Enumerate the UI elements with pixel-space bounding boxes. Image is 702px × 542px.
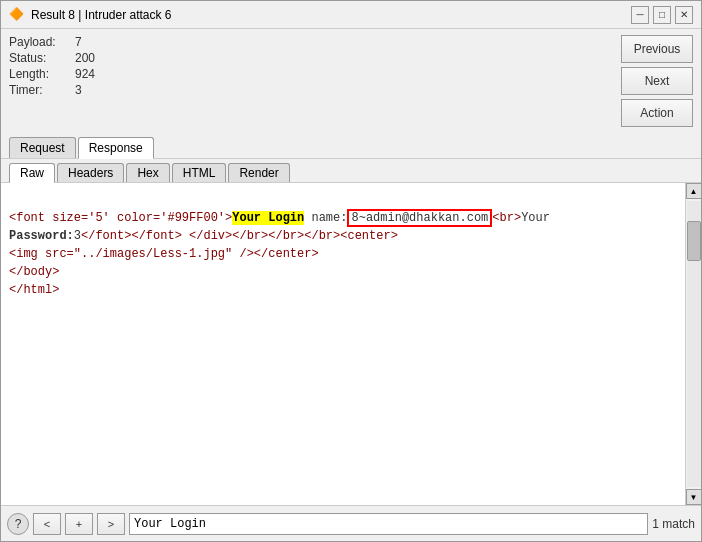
payload-row: Payload: 7 — [9, 35, 95, 49]
content-line4: </body> — [9, 265, 59, 279]
payload-value: 7 — [75, 35, 82, 49]
header-row: Payload: 7 Status: 200 Length: 924 Timer… — [1, 29, 701, 133]
main-window: 🔶 Result 8 | Intruder attack 6 ─ □ ✕ Pay… — [0, 0, 702, 542]
info-section: Payload: 7 Status: 200 Length: 924 Timer… — [1, 29, 103, 105]
nav-next-button[interactable]: > — [97, 513, 125, 535]
subtab-render[interactable]: Render — [228, 163, 289, 182]
nav-prev-button[interactable]: < — [33, 513, 61, 535]
side-buttons: Previous Next Action — [613, 29, 701, 133]
search-input[interactable] — [129, 513, 648, 535]
previous-button[interactable]: Previous — [621, 35, 693, 63]
match-count: 1 match — [652, 517, 695, 531]
content-line1: <font size='5' color='#99FF00'>Your Logi… — [9, 209, 550, 227]
raw-content: <font size='5' color='#99FF00'>Your Logi… — [1, 183, 685, 505]
sub-tabs: Raw Headers Hex HTML Render — [1, 159, 701, 183]
window-controls: ─ □ ✕ — [631, 6, 693, 24]
scroll-down-button[interactable]: ▼ — [686, 489, 702, 505]
scroll-up-button[interactable]: ▲ — [686, 183, 702, 199]
next-button[interactable]: Next — [621, 67, 693, 95]
title-bar: 🔶 Result 8 | Intruder attack 6 ─ □ ✕ — [1, 1, 701, 29]
minimize-button[interactable]: ─ — [631, 6, 649, 24]
main-tabs: Request Response — [1, 133, 701, 159]
content-line2: Password:3</font></font> </div></br></br… — [9, 229, 398, 243]
content-line3: <img src="../images/Less-1.jpg" /></cent… — [9, 247, 319, 261]
tab-bar: Request Response — [9, 137, 693, 158]
status-row: Status: 200 — [9, 51, 95, 65]
length-label: Length: — [9, 67, 59, 81]
sub-tab-bar: Raw Headers Hex HTML Render — [9, 163, 693, 182]
nav-add-button[interactable]: + — [65, 513, 93, 535]
subtab-hex[interactable]: Hex — [126, 163, 169, 182]
window-title: Result 8 | Intruder attack 6 — [31, 8, 172, 22]
maximize-button[interactable]: □ — [653, 6, 671, 24]
payload-label: Payload: — [9, 35, 59, 49]
subtab-html[interactable]: HTML — [172, 163, 227, 182]
timer-row: Timer: 3 — [9, 83, 95, 97]
status-value: 200 — [75, 51, 95, 65]
tab-request[interactable]: Request — [9, 137, 76, 158]
help-button[interactable]: ? — [7, 513, 29, 535]
tab-response[interactable]: Response — [78, 137, 154, 159]
scroll-track — [687, 201, 701, 487]
scrollbar: ▲ ▼ — [685, 183, 701, 505]
status-label: Status: — [9, 51, 59, 65]
subtab-raw[interactable]: Raw — [9, 163, 55, 183]
subtab-headers[interactable]: Headers — [57, 163, 124, 182]
bottom-bar: ? < + > 1 match — [1, 505, 701, 541]
timer-label: Timer: — [9, 83, 59, 97]
scroll-thumb[interactable] — [687, 221, 701, 261]
close-button[interactable]: ✕ — [675, 6, 693, 24]
content-wrapper: <font size='5' color='#99FF00'>Your Logi… — [1, 183, 701, 505]
action-button[interactable]: Action — [621, 99, 693, 127]
length-value: 924 — [75, 67, 95, 81]
length-row: Length: 924 — [9, 67, 95, 81]
content-line5: </html> — [9, 283, 59, 297]
app-icon: 🔶 — [9, 7, 25, 23]
title-bar-left: 🔶 Result 8 | Intruder attack 6 — [9, 7, 172, 23]
timer-value: 3 — [75, 83, 82, 97]
